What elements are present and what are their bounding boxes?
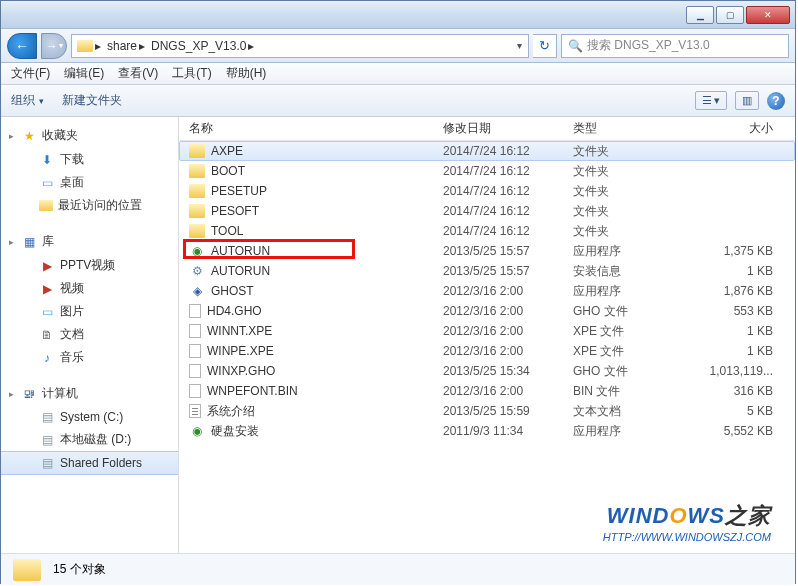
file-row[interactable]: HD4.GHO2012/3/16 2:00GHO 文件553 KB xyxy=(179,301,795,321)
file-date: 2011/9/3 11:34 xyxy=(443,424,573,438)
statusbar: 15 个对象 xyxy=(1,553,795,585)
help-button[interactable]: ? xyxy=(767,92,785,110)
nav-back-button[interactable]: ← xyxy=(7,33,37,59)
file-size: 1 KB xyxy=(687,324,787,338)
sidebar-item-drive-c[interactable]: ▤System (C:) xyxy=(1,406,178,428)
file-name: WINNT.XPE xyxy=(207,324,272,338)
file-size: 1,013,119... xyxy=(687,364,787,378)
file-name: AUTORUN xyxy=(211,244,270,258)
file-type: 安装信息 xyxy=(573,263,687,280)
sidebar[interactable]: ★收藏夹 ⬇下载 ▭桌面 最近访问的位置 ▦库 ▶PPTV视频 ▶视频 ▭图片 … xyxy=(1,117,179,553)
sidebar-libraries-header[interactable]: ▦库 xyxy=(1,229,178,254)
sidebar-item-desktop[interactable]: ▭桌面 xyxy=(1,171,178,194)
file-name: GHOST xyxy=(211,284,254,298)
menu-file[interactable]: 文件(F) xyxy=(5,63,56,84)
file-size: 5,552 KB xyxy=(687,424,787,438)
address-dropdown-icon[interactable]: ▾ xyxy=(513,40,526,51)
file-row[interactable]: AXPE2014/7/24 16:12文件夹 xyxy=(179,141,795,161)
file-row[interactable]: ◈GHOST2012/3/16 2:00应用程序1,876 KB xyxy=(179,281,795,301)
ini-icon: ⚙ xyxy=(189,264,205,278)
sidebar-item-recent[interactable]: 最近访问的位置 xyxy=(1,194,178,217)
column-type[interactable]: 类型 xyxy=(573,120,687,137)
column-size[interactable]: 大小 xyxy=(687,120,787,137)
file-size: 1,375 KB xyxy=(687,244,787,258)
file-name: BOOT xyxy=(211,164,245,178)
breadcrumb-item[interactable]: share ▸ xyxy=(104,39,148,53)
drive-icon: ▤ xyxy=(39,432,55,448)
sidebar-computer-header[interactable]: 🖳计算机 xyxy=(1,381,178,406)
breadcrumb-item[interactable]: DNGS_XP_V13.0 ▸ xyxy=(148,39,257,53)
navbar: ← →▾ ▸ share ▸ DNGS_XP_V13.0 ▸ ▾ ↻ 🔍 搜索 … xyxy=(1,29,795,63)
sidebar-item-downloads[interactable]: ⬇下载 xyxy=(1,148,178,171)
file-row[interactable]: ◉硬盘安装2011/9/3 11:34应用程序5,552 KB xyxy=(179,421,795,441)
column-name[interactable]: 名称 xyxy=(189,120,443,137)
menu-help[interactable]: 帮助(H) xyxy=(220,63,273,84)
file-row[interactable]: ◉AUTORUN2013/5/25 15:57应用程序1,375 KB xyxy=(179,241,795,261)
file-size: 316 KB xyxy=(687,384,787,398)
minimize-button[interactable]: ▁ xyxy=(686,6,714,24)
preview-pane-button[interactable]: ▥ xyxy=(735,91,759,110)
sidebar-item-pictures[interactable]: ▭图片 xyxy=(1,300,178,323)
file-date: 2012/3/16 2:00 xyxy=(443,384,573,398)
file-size: 5 KB xyxy=(687,404,787,418)
file-name: AXPE xyxy=(211,144,243,158)
menu-view[interactable]: 查看(V) xyxy=(112,63,164,84)
sidebar-item-pptv[interactable]: ▶PPTV视频 xyxy=(1,254,178,277)
folder-icon xyxy=(189,184,205,198)
file-row[interactable]: WNPEFONT.BIN2012/3/16 2:00BIN 文件316 KB xyxy=(179,381,795,401)
sidebar-item-drive-d[interactable]: ▤本地磁盘 (D:) xyxy=(1,428,178,451)
file-date: 2012/3/16 2:00 xyxy=(443,304,573,318)
file-name: WNPEFONT.BIN xyxy=(207,384,298,398)
folder-icon xyxy=(77,40,93,52)
sidebar-favorites-header[interactable]: ★收藏夹 xyxy=(1,123,178,148)
search-input[interactable]: 🔍 搜索 DNGS_XP_V13.0 xyxy=(561,34,789,58)
file-date: 2014/7/24 16:12 xyxy=(443,184,573,198)
star-icon: ★ xyxy=(21,128,37,144)
file-row[interactable]: WINNT.XPE2012/3/16 2:00XPE 文件1 KB xyxy=(179,321,795,341)
toolbar: 组织 ▾ 新建文件夹 ☰ ▾ ▥ ? xyxy=(1,85,795,117)
column-date[interactable]: 修改日期 xyxy=(443,120,573,137)
breadcrumb-root[interactable]: ▸ xyxy=(74,39,104,53)
video-icon: ▶ xyxy=(39,258,55,274)
file-row[interactable]: 系统介绍2013/5/25 15:59文本文档5 KB xyxy=(179,401,795,421)
file-type: 文件夹 xyxy=(573,203,687,220)
nav-forward-button[interactable]: →▾ xyxy=(41,33,67,59)
exe-icon: ◉ xyxy=(189,244,205,258)
file-row[interactable]: ⚙AUTORUN2013/5/25 15:57安装信息1 KB xyxy=(179,261,795,281)
drive-icon: ▤ xyxy=(39,409,55,425)
view-mode-button[interactable]: ☰ ▾ xyxy=(695,91,727,110)
new-folder-button[interactable]: 新建文件夹 xyxy=(62,92,122,109)
address-bar[interactable]: ▸ share ▸ DNGS_XP_V13.0 ▸ ▾ xyxy=(71,34,529,58)
menu-edit[interactable]: 编辑(E) xyxy=(58,63,110,84)
file-type: 文件夹 xyxy=(573,163,687,180)
organize-button[interactable]: 组织 ▾ xyxy=(11,92,44,109)
sidebar-item-videos[interactable]: ▶视频 xyxy=(1,277,178,300)
file-date: 2013/5/25 15:57 xyxy=(443,244,573,258)
folder-icon xyxy=(189,144,205,158)
close-button[interactable]: ✕ xyxy=(746,6,790,24)
file-rows[interactable]: AXPE2014/7/24 16:12文件夹BOOT2014/7/24 16:1… xyxy=(179,141,795,553)
file-row[interactable]: BOOT2014/7/24 16:12文件夹 xyxy=(179,161,795,181)
file-type: 文件夹 xyxy=(573,223,687,240)
sidebar-item-documents[interactable]: 🗎文档 xyxy=(1,323,178,346)
maximize-button[interactable]: ▢ xyxy=(716,6,744,24)
file-row[interactable]: TOOL2014/7/24 16:12文件夹 xyxy=(179,221,795,241)
refresh-button[interactable]: ↻ xyxy=(533,34,557,58)
file-date: 2013/5/25 15:59 xyxy=(443,404,573,418)
file-row[interactable]: WINXP.GHO2013/5/25 15:34GHO 文件1,013,119.… xyxy=(179,361,795,381)
file-row[interactable]: PESETUP2014/7/24 16:12文件夹 xyxy=(179,181,795,201)
file-size: 1,876 KB xyxy=(687,284,787,298)
file-name: WINPE.XPE xyxy=(207,344,274,358)
search-placeholder: 搜索 DNGS_XP_V13.0 xyxy=(587,37,710,54)
sidebar-item-music[interactable]: ♪音乐 xyxy=(1,346,178,369)
txt-icon xyxy=(189,404,201,418)
folder-icon xyxy=(189,164,205,178)
file-date: 2014/7/24 16:12 xyxy=(443,164,573,178)
file-row[interactable]: WINPE.XPE2012/3/16 2:00XPE 文件1 KB xyxy=(179,341,795,361)
menu-tools[interactable]: 工具(T) xyxy=(166,63,217,84)
file-date: 2012/3/16 2:00 xyxy=(443,284,573,298)
file-date: 2014/7/24 16:12 xyxy=(443,144,573,158)
file-row[interactable]: PESOFT2014/7/24 16:12文件夹 xyxy=(179,201,795,221)
sidebar-item-shared-folders[interactable]: ▤Shared Folders xyxy=(1,451,178,475)
explorer-window: ▁ ▢ ✕ ← →▾ ▸ share ▸ DNGS_XP_V13.0 ▸ ▾ ↻… xyxy=(0,0,796,584)
